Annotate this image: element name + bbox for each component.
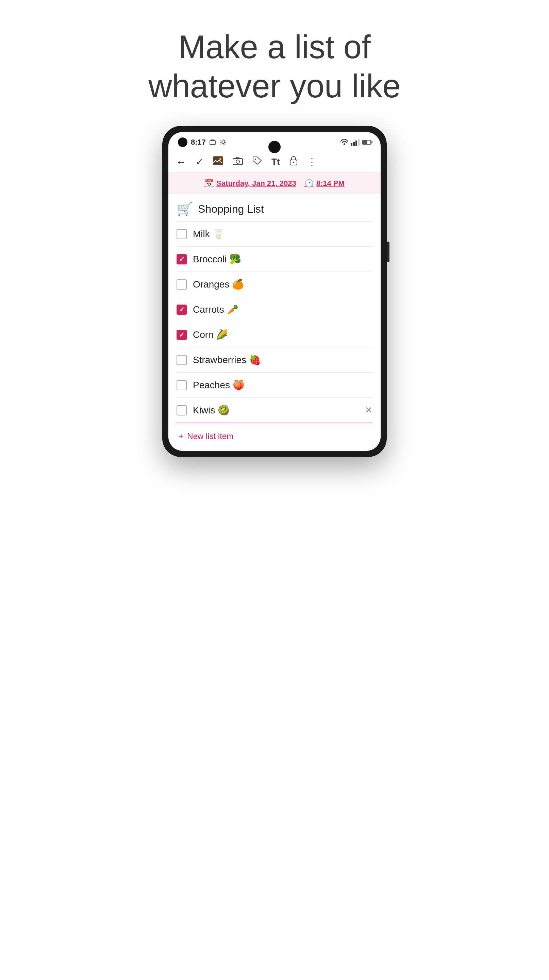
list-item: Kiwis 🥝✕ xyxy=(176,398,373,423)
lock-icon[interactable] xyxy=(289,156,298,168)
status-bar-left: 8:17 xyxy=(178,137,227,147)
tag-icon[interactable] xyxy=(252,156,262,167)
page-heading-line1: Make a list of xyxy=(148,27,401,66)
item-label-5: Corn 🌽 xyxy=(193,329,373,340)
check-icon[interactable]: ✓ xyxy=(195,156,203,167)
svg-rect-6 xyxy=(233,159,243,165)
signal-icon xyxy=(351,139,360,146)
image-icon[interactable] xyxy=(213,156,223,167)
date-item[interactable]: 📅 Saturday, Jan 21, 2023 xyxy=(205,179,296,188)
checkbox-item-8[interactable] xyxy=(176,405,187,415)
wifi-icon xyxy=(340,139,349,146)
text-icon[interactable]: Tt xyxy=(271,156,280,167)
more-icon[interactable]: ⋮ xyxy=(307,156,317,167)
list-item: Peaches 🍑 xyxy=(176,372,373,398)
clock-icon: 🕐 xyxy=(305,179,314,188)
datetime-bar: 📅 Saturday, Jan 21, 2023 🕐 8:14 PM xyxy=(168,173,381,194)
time-item[interactable]: 🕐 8:14 PM xyxy=(305,179,344,188)
status-bar-right xyxy=(340,139,371,146)
date-text: Saturday, Jan 21, 2023 xyxy=(216,179,296,188)
battery-icon xyxy=(362,140,371,145)
svg-rect-1 xyxy=(211,140,214,141)
image-svg xyxy=(213,156,223,165)
plus-icon: + xyxy=(179,431,184,441)
page-heading-line2: whatever you like xyxy=(148,66,401,105)
camera-icon[interactable] xyxy=(233,156,243,167)
status-bar: 8:17 xyxy=(168,132,381,151)
checkbox-item-4[interactable] xyxy=(176,305,187,315)
shopping-cart-icon: 🛒 xyxy=(176,202,192,216)
list-item: Milk 🥛 xyxy=(176,221,373,247)
tag-svg xyxy=(252,156,262,165)
list-items-container: Milk 🥛Broccoli 🥦Oranges 🍊Carrots 🥕Corn 🌽… xyxy=(176,221,373,423)
item-label-7: Peaches 🍑 xyxy=(193,379,373,391)
phone-screen: 8:17 xyxy=(168,132,381,451)
lock-svg xyxy=(289,156,298,165)
calendar-icon: 📅 xyxy=(205,179,214,188)
list-item: Strawberries 🍓 xyxy=(176,347,373,372)
checkbox-item-6[interactable] xyxy=(176,355,187,365)
checkbox-item-7[interactable] xyxy=(176,380,187,390)
checkbox-item-2[interactable] xyxy=(176,254,187,264)
new-item-label: New list item xyxy=(187,431,233,441)
delete-item-8[interactable]: ✕ xyxy=(365,405,373,415)
item-label-6: Strawberries 🍓 xyxy=(193,354,373,366)
phone-mockup: 8:17 xyxy=(162,126,387,457)
item-label-8: Kiwis 🥝 xyxy=(193,404,359,416)
toolbar: ← ✓ xyxy=(168,151,381,173)
new-list-item-button[interactable]: + New list item xyxy=(176,423,373,451)
phone-side-button xyxy=(387,242,389,262)
list-item: Carrots 🥕 xyxy=(176,297,373,322)
checkbox-item-5[interactable] xyxy=(176,330,187,340)
svg-point-3 xyxy=(344,144,345,145)
svg-point-2 xyxy=(222,141,224,143)
svg-rect-4 xyxy=(213,156,223,165)
list-content: 🛒 Shopping List Milk 🥛Broccoli 🥦Oranges … xyxy=(168,194,381,451)
svg-point-5 xyxy=(219,158,221,160)
list-title[interactable]: Shopping List xyxy=(198,203,264,215)
back-button[interactable]: ← xyxy=(176,156,186,168)
svg-point-7 xyxy=(236,160,240,163)
item-label-3: Oranges 🍊 xyxy=(193,279,373,290)
item-label-2: Broccoli 🥦 xyxy=(193,253,373,265)
svg-point-10 xyxy=(293,162,294,163)
item-label-1: Milk 🥛 xyxy=(193,228,373,240)
front-camera-dot xyxy=(268,141,281,153)
page-heading: Make a list of whatever you like xyxy=(148,27,401,105)
camera-indicator xyxy=(178,137,187,147)
svg-point-8 xyxy=(255,159,256,160)
checkbox-item-1[interactable] xyxy=(176,229,187,239)
list-item: Broccoli 🥦 xyxy=(176,247,373,272)
list-item: Corn 🌽 xyxy=(176,322,373,347)
settings-icon xyxy=(219,139,227,146)
sim-icon xyxy=(209,139,216,145)
svg-rect-0 xyxy=(210,140,215,145)
checkbox-item-3[interactable] xyxy=(176,279,187,290)
item-label-4: Carrots 🥕 xyxy=(193,304,373,315)
list-item: Oranges 🍊 xyxy=(176,272,373,297)
list-title-row: 🛒 Shopping List xyxy=(176,194,373,221)
camera-svg xyxy=(233,157,243,165)
time-text: 8:14 PM xyxy=(316,179,344,188)
status-time: 8:17 xyxy=(191,138,206,147)
